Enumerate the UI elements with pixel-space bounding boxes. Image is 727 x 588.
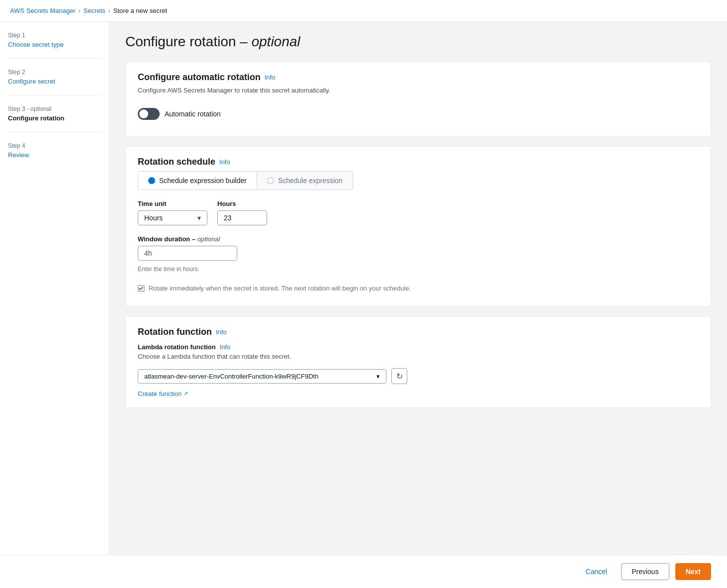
time-unit-label: Time unit (138, 200, 207, 207)
time-unit-select[interactable]: Hours ▾ (138, 210, 207, 225)
previous-button[interactable]: Previous (621, 563, 669, 580)
sidebar-step-1: Step 1 Choose secret type (8, 32, 101, 59)
breadcrumb-sep-2: › (108, 7, 110, 14)
lambda-chevron-icon: ▾ (376, 373, 380, 380)
window-duration-hint: Enter the time in hours. (138, 266, 699, 273)
rotation-schedule-title: Rotation schedule (138, 157, 215, 167)
sidebar-step-2: Step 2 Configure secret (8, 69, 101, 96)
sidebar-item-configure-secret[interactable]: Configure secret (8, 78, 101, 85)
rotate-immediately-row: Rotate immediately when the secret is st… (138, 281, 699, 296)
toggle-thumb (139, 109, 148, 118)
breadcrumb-link-secrets-manager[interactable]: AWS Secrets Manager (10, 7, 76, 14)
rotate-immediately-checkbox[interactable] (138, 285, 145, 292)
footer: Cancel Previous Next (0, 555, 727, 588)
cancel-button[interactable]: Cancel (578, 564, 616, 580)
time-unit-row: Time unit Hours ▾ Hours (138, 200, 699, 225)
refresh-button[interactable]: ↻ (391, 368, 407, 384)
auto-rotation-toggle[interactable] (138, 108, 160, 120)
tab-schedule-expression-builder[interactable]: Schedule expression builder (138, 171, 257, 190)
window-duration-input[interactable] (138, 246, 237, 261)
sidebar-step-3: Step 3 - optional Configure rotation (8, 105, 101, 132)
create-function-label: Create function (138, 390, 182, 397)
rotation-schedule-card: Rotation schedule Info Schedule expressi… (125, 146, 711, 306)
breadcrumb-link-secrets[interactable]: Secrets (84, 7, 105, 14)
breadcrumb-current: Store a new secret (113, 7, 167, 14)
main-content: Configure rotation – optional Configure … (109, 22, 727, 588)
breadcrumb: AWS Secrets Manager › Secrets › Store a … (0, 0, 727, 22)
radio-expression-dot (267, 177, 274, 184)
auto-rotation-description: Configure AWS Secrets Manager to rotate … (138, 87, 699, 94)
toggle-row: Automatic rotation (138, 102, 699, 126)
sidebar-item-configure-rotation: Configure rotation (8, 114, 101, 122)
time-unit-group: Time unit Hours ▾ (138, 200, 207, 225)
lambda-info-link[interactable]: Info (220, 343, 231, 351)
page-title: Configure rotation – optional (125, 34, 711, 50)
time-unit-value: Hours (144, 214, 163, 222)
step3-label: Step 3 - optional (8, 105, 101, 112)
window-duration-group: Window duration – optional Enter the tim… (138, 235, 699, 273)
hours-input[interactable] (217, 210, 267, 225)
lambda-value: atlasmean-dev-server-EnvControllerFuncti… (144, 373, 318, 380)
lambda-function-label: Lambda rotation function (138, 343, 216, 351)
next-button[interactable]: Next (675, 563, 711, 580)
window-duration-label: Window duration – optional (138, 235, 699, 243)
hours-group: Hours (217, 200, 267, 225)
schedule-type-tabs: Schedule expression builder Schedule exp… (138, 171, 699, 190)
lambda-description: Choose a Lambda function that can rotate… (138, 353, 699, 360)
rotation-schedule-info-link[interactable]: Info (219, 158, 230, 166)
auto-rotation-info-link[interactable]: Info (265, 74, 275, 81)
hours-label: Hours (217, 200, 267, 207)
sidebar-item-review: Review (8, 151, 101, 159)
tab-builder-label: Schedule expression builder (159, 177, 247, 185)
lambda-row: atlasmean-dev-server-EnvControllerFuncti… (138, 368, 699, 384)
chevron-down-icon: ▾ (197, 214, 201, 222)
sidebar-step-4: Step 4 Review (8, 142, 101, 169)
lambda-select[interactable]: atlasmean-dev-server-EnvControllerFuncti… (138, 369, 386, 384)
window-duration-optional: optional (197, 235, 220, 243)
create-function-link[interactable]: Create function ↗ (138, 390, 699, 397)
refresh-icon: ↻ (396, 372, 403, 381)
toggle-label: Automatic rotation (165, 110, 221, 118)
sidebar-item-choose-secret-type[interactable]: Choose secret type (8, 41, 101, 48)
auto-rotation-card: Configure automatic rotation Info Config… (125, 62, 711, 136)
step1-label: Step 1 (8, 32, 101, 39)
external-link-icon: ↗ (183, 391, 188, 397)
breadcrumb-sep-1: › (79, 7, 81, 14)
rotation-function-info-link[interactable]: Info (216, 328, 227, 336)
tab-schedule-expression[interactable]: Schedule expression (257, 171, 353, 190)
step4-label: Step 4 (8, 142, 101, 149)
sidebar: Step 1 Choose secret type Step 2 Configu… (0, 22, 109, 588)
auto-rotation-card-title: Configure automatic rotation (138, 72, 261, 83)
rotation-function-card: Rotation function Info Lambda rotation f… (125, 316, 711, 408)
toggle-track (138, 108, 160, 120)
radio-builder-dot (148, 177, 155, 184)
rotation-function-title: Rotation function (138, 327, 212, 337)
rotate-immediately-label: Rotate immediately when the secret is st… (149, 285, 411, 292)
checkbox-check-icon (139, 286, 143, 290)
tab-expression-label: Schedule expression (278, 177, 343, 185)
step2-label: Step 2 (8, 69, 101, 76)
